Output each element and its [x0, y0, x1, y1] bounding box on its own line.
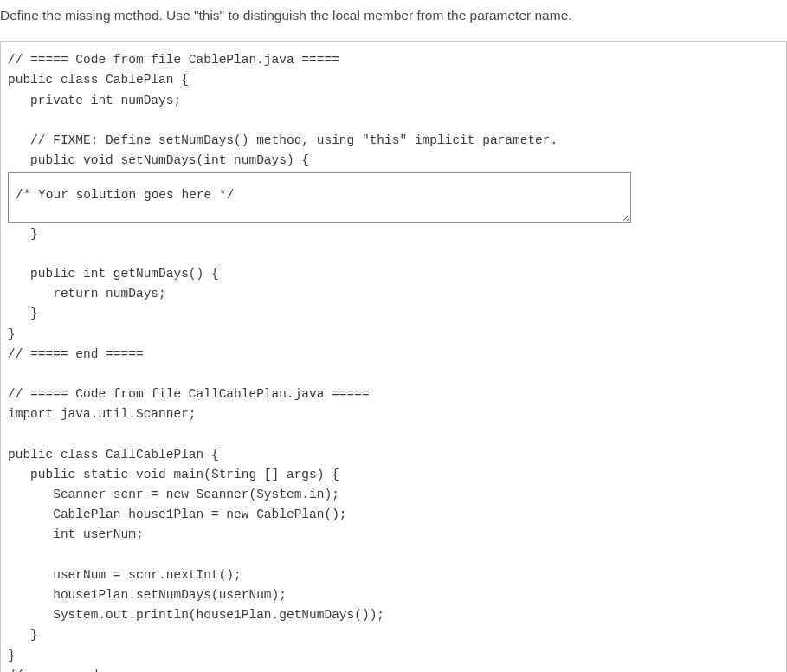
- code-line: // ===== Code from file CablePlan.java =…: [8, 50, 779, 70]
- code-line: return numDays;: [8, 284, 779, 304]
- code-line: int userNum;: [8, 525, 779, 545]
- code-block-before: // ===== Code from file CablePlan.java =…: [8, 50, 779, 171]
- code-line: private int numDays;: [8, 91, 779, 111]
- code-line: // FIXME: Define setNumDays() method, us…: [8, 131, 779, 151]
- code-line: }: [8, 625, 779, 645]
- instruction-text: Define the missing method. Use "this" to…: [0, 0, 787, 41]
- code-line: }: [8, 304, 779, 324]
- code-container: // ===== Code from file CablePlan.java =…: [0, 41, 787, 672]
- code-line: Scanner scnr = new Scanner(System.in);: [8, 485, 779, 505]
- solution-input[interactable]: /* Your solution goes here */: [8, 172, 631, 222]
- code-line: [8, 244, 779, 264]
- code-line: [8, 546, 779, 565]
- code-block-after: } public int getNumDays() { return numDa…: [8, 224, 779, 672]
- code-line: // ===== Code from file CallCablePlan.ja…: [8, 384, 779, 404]
- code-line: [8, 111, 779, 131]
- code-line: house1Plan.setNumDays(userNum);: [8, 585, 779, 605]
- code-line: // ===== end =====: [8, 666, 779, 672]
- code-line: // ===== end =====: [8, 345, 779, 365]
- code-line: [8, 365, 779, 384]
- solution-area: /* Your solution goes here */: [8, 172, 779, 222]
- code-line: public class CablePlan {: [8, 70, 779, 90]
- code-line: public class CallCablePlan {: [8, 445, 779, 465]
- code-line: CablePlan house1Plan = new CablePlan();: [8, 505, 779, 525]
- code-line: System.out.println(house1Plan.getNumDays…: [8, 605, 779, 625]
- code-line: import java.util.Scanner;: [8, 404, 779, 424]
- code-line: }: [8, 224, 779, 244]
- code-line: userNum = scnr.nextInt();: [8, 565, 779, 585]
- code-line: public void setNumDays(int numDays) {: [8, 151, 779, 171]
- code-line: }: [8, 325, 779, 345]
- code-line: }: [8, 646, 779, 666]
- code-line: public int getNumDays() {: [8, 264, 779, 284]
- code-line: [8, 424, 779, 444]
- code-line: public static void main(String [] args) …: [8, 465, 779, 485]
